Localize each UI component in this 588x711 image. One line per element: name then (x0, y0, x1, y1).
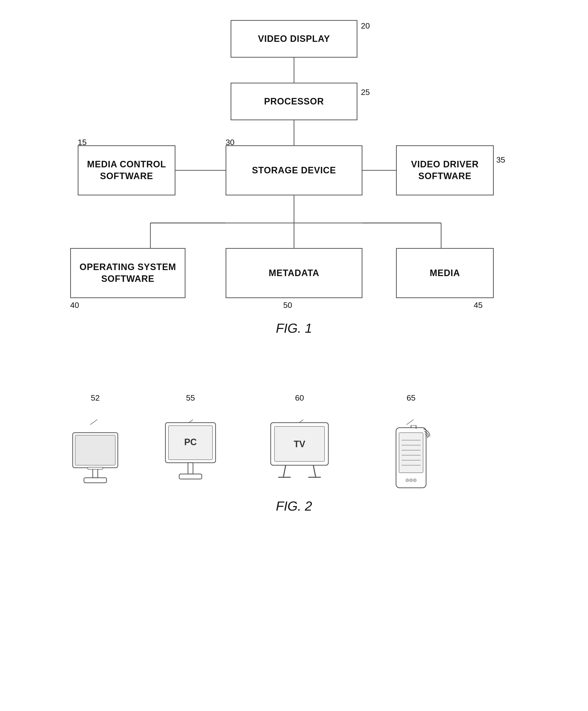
svg-point-50 (406, 479, 409, 482)
monitor-device: 52 (70, 421, 120, 495)
pc-device: 55 PC (163, 411, 218, 495)
os-software-box: OPERATING SYSTEMSOFTWARE (70, 248, 186, 298)
svg-text:PC: PC (184, 437, 197, 447)
ref-45: 45 (474, 301, 483, 310)
metadata-box: METADATA (226, 248, 362, 298)
fig2-container: 52 55 PC (50, 391, 538, 691)
ref-30: 30 (226, 138, 235, 147)
video-display-box: VIDEO DISPLAY (231, 20, 357, 58)
svg-line-39 (313, 465, 316, 478)
svg-rect-43 (399, 433, 423, 473)
fig2-caption: FIG. 2 (226, 499, 362, 514)
fig1-container: VIDEO DISPLAY 20 PROCESSOR 25 MEDIA CONT… (50, 15, 538, 366)
ref-55: 55 (186, 393, 195, 403)
svg-rect-33 (188, 463, 193, 474)
ref-25: 25 (361, 88, 370, 97)
media-control-box: MEDIA CONTROLSOFTWARE (78, 145, 175, 195)
ref-40: 40 (70, 301, 79, 310)
svg-text:TV: TV (294, 439, 305, 449)
storage-device-box: STORAGE DEVICE (226, 145, 362, 195)
video-driver-box: VIDEO DRIVERSOFTWARE (396, 145, 494, 195)
tv-device: 60 TV (268, 411, 331, 495)
svg-rect-28 (84, 478, 106, 483)
ref-35: 35 (496, 155, 505, 165)
svg-point-51 (410, 479, 413, 482)
mobile-device: 65 (391, 416, 431, 505)
fig1-caption: FIG. 1 (226, 321, 362, 336)
ref-60: 60 (295, 393, 304, 403)
page: VIDEO DISPLAY 20 PROCESSOR 25 MEDIA CONT… (0, 0, 588, 711)
ref-50: 50 (283, 301, 292, 310)
ref-65: 65 (406, 393, 416, 403)
ref-52: 52 (91, 393, 100, 403)
svg-rect-34 (179, 474, 202, 479)
ref-15: 15 (78, 138, 87, 147)
svg-line-38 (283, 465, 286, 478)
media-box: MEDIA (396, 248, 494, 298)
svg-rect-26 (75, 435, 115, 465)
processor-box: PROCESSOR (231, 83, 357, 120)
svg-rect-29 (88, 467, 103, 469)
ref-20: 20 (361, 21, 370, 30)
svg-point-52 (413, 479, 416, 482)
